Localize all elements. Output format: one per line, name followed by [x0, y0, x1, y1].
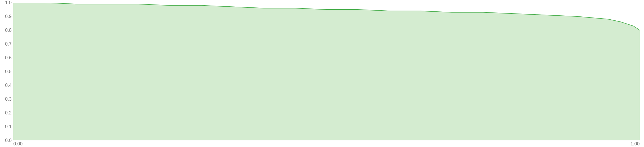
y-tick-label: 0.9 [1, 14, 12, 19]
area-fill [13, 3, 640, 140]
y-tick-label: 0.8 [1, 28, 12, 33]
y-tick-label: 0.5 [1, 69, 12, 74]
y-tick-label: 0.4 [1, 83, 12, 88]
area-chart [13, 3, 640, 140]
y-tick-label: 0.3 [1, 96, 12, 102]
y-tick-label: 0.6 [1, 55, 12, 61]
y-tick-label: 1.0 [1, 0, 12, 6]
x-tick-label: 0.00 [13, 141, 22, 147]
y-tick-label: 0.7 [1, 41, 12, 47]
x-tick-label: 1.00 [630, 141, 640, 147]
chart-svg [13, 3, 640, 140]
y-tick-label: 0.1 [1, 124, 12, 130]
y-tick-label: 0.0 [1, 138, 12, 143]
y-tick-label: 0.2 [1, 110, 12, 116]
